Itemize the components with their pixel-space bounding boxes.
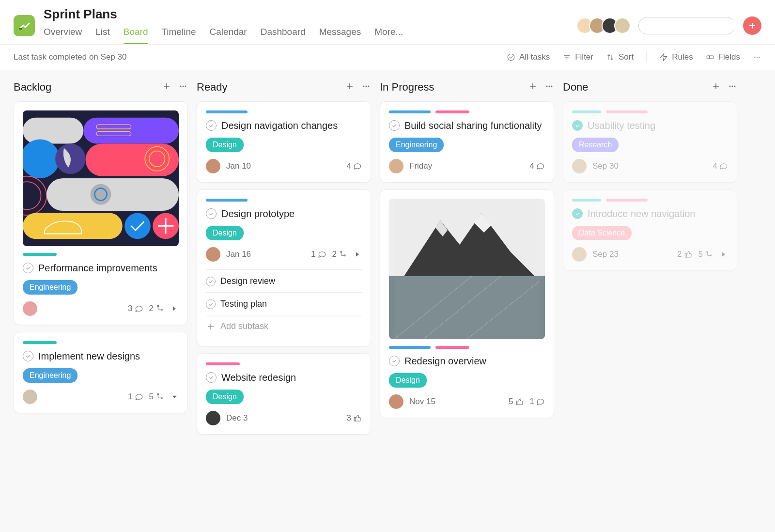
assignee-avatar[interactable]: [206, 159, 220, 173]
due-date: Friday: [409, 161, 432, 171]
column-more-button[interactable]: [178, 81, 188, 93]
tag-eng[interactable]: Engineering: [23, 280, 78, 295]
task-card[interactable]: Website redesignDesignDec 33: [197, 353, 371, 435]
tag-research[interactable]: Research: [572, 138, 619, 152]
expand-icon[interactable]: [170, 304, 179, 313]
task-card[interactable]: Performance improvementsEngineering3 2: [14, 101, 188, 325]
subtask-label: Testing plan: [220, 299, 267, 309]
tab-timeline[interactable]: Timeline: [161, 27, 196, 44]
filter-button[interactable]: Filter: [562, 52, 593, 62]
chevron-down-icon[interactable]: [170, 392, 179, 401]
comment-count[interactable]: 3: [128, 304, 143, 313]
member-avatar[interactable]: [614, 17, 631, 34]
task-card[interactable]: Usability testingResearchSep 304: [563, 101, 737, 183]
subtask-count[interactable]: 5: [698, 250, 713, 259]
assignee-avatar[interactable]: [389, 159, 403, 173]
search-input[interactable]: [638, 17, 735, 34]
comment-count[interactable]: 4: [530, 161, 545, 171]
tab-dashboard[interactable]: Dashboard: [261, 27, 306, 44]
task-card[interactable]: Implement new designsEngineering1 5: [14, 332, 188, 413]
assignee-avatar[interactable]: [572, 159, 587, 173]
task-card[interactable]: Design prototypeDesignJan 161 2 Design r…: [197, 189, 371, 346]
add-task-button[interactable]: [528, 81, 538, 93]
column-title[interactable]: Ready: [197, 81, 228, 94]
subtask-row[interactable]: Design review: [206, 270, 362, 293]
subtask-count[interactable]: 2: [332, 250, 347, 259]
rules-button[interactable]: Rules: [659, 52, 693, 62]
assignee-avatar[interactable]: [23, 390, 37, 404]
complete-checkbox[interactable]: [389, 356, 400, 366]
comment-count[interactable]: 4: [347, 161, 362, 171]
tag-design[interactable]: Design: [389, 373, 427, 388]
like-count[interactable]: 5: [509, 397, 524, 407]
expand-icon[interactable]: [719, 250, 728, 259]
project-logo[interactable]: [14, 15, 35, 36]
complete-checkbox[interactable]: [23, 351, 33, 361]
add-task-button[interactable]: [162, 81, 171, 93]
tab-overview[interactable]: Overview: [44, 27, 82, 44]
subtask-row[interactable]: Testing plan: [206, 293, 362, 315]
tag-ds[interactable]: Data Science: [572, 226, 632, 240]
task-card[interactable]: Build social sharing functionalityEngine…: [380, 101, 554, 183]
comment-count[interactable]: 1: [311, 250, 326, 259]
tab-calendar[interactable]: Calendar: [210, 27, 247, 44]
column-more-button[interactable]: [361, 81, 371, 93]
comment-count[interactable]: 1: [530, 397, 545, 407]
complete-checkbox[interactable]: [572, 120, 583, 131]
comment-count[interactable]: 1: [128, 392, 143, 402]
task-title: Introduce new navigation: [588, 207, 695, 220]
complete-checkbox[interactable]: [206, 372, 217, 383]
tab-list[interactable]: List: [95, 27, 110, 44]
like-count[interactable]: 3: [347, 413, 362, 423]
complete-checkbox[interactable]: [206, 120, 217, 131]
add-task-button[interactable]: [345, 81, 355, 93]
assignee-avatar[interactable]: [389, 394, 403, 409]
tab-more[interactable]: More...: [374, 27, 403, 44]
svg-point-13: [759, 57, 760, 58]
sort-button[interactable]: Sort: [606, 52, 634, 62]
tag-eng[interactable]: Engineering: [23, 368, 78, 383]
tab-board[interactable]: Board: [124, 27, 148, 44]
complete-checkbox[interactable]: [206, 208, 217, 219]
comment-count[interactable]: 4: [713, 161, 728, 171]
complete-checkbox[interactable]: [206, 277, 216, 286]
more-options[interactable]: [753, 53, 761, 62]
assignee-avatar[interactable]: [206, 411, 220, 425]
column-more-button[interactable]: [544, 81, 554, 93]
assignee-avatar[interactable]: [23, 301, 37, 316]
search-field[interactable]: [650, 21, 742, 30]
tab-messages[interactable]: Messages: [319, 27, 361, 44]
assignee-avatar[interactable]: [572, 247, 587, 262]
complete-checkbox[interactable]: [206, 299, 216, 309]
complete-checkbox[interactable]: [389, 120, 400, 131]
add-task-button[interactable]: [711, 81, 721, 93]
add-subtask-button[interactable]: Add subtask: [206, 315, 362, 337]
status-pills: [572, 199, 728, 202]
tag-design[interactable]: Design: [206, 390, 244, 404]
complete-checkbox[interactable]: [23, 263, 33, 273]
like-count[interactable]: 2: [677, 250, 692, 259]
project-title[interactable]: Sprint Plans: [44, 7, 568, 22]
expand-icon[interactable]: [353, 250, 362, 259]
all-tasks-filter[interactable]: All tasks: [507, 52, 550, 62]
complete-checkbox[interactable]: [572, 208, 583, 219]
tag-design[interactable]: Design: [206, 226, 244, 240]
fields-button[interactable]: Fields: [706, 52, 740, 62]
task-card[interactable]: Design navigation changesDesignJan 104: [197, 101, 371, 183]
tag-design[interactable]: Design: [206, 138, 244, 152]
task-title: Redesign overview: [404, 355, 486, 367]
column-more-button[interactable]: [728, 81, 737, 93]
assignee-avatar[interactable]: [206, 247, 220, 262]
subtask-count[interactable]: 2: [149, 304, 164, 313]
status-pills: [206, 110, 362, 113]
board-column: Backlog Performance improvementsEngineer…: [14, 81, 188, 420]
subtask-count[interactable]: 5: [149, 392, 164, 402]
global-add-button[interactable]: [743, 16, 761, 35]
task-card[interactable]: Redesign overviewDesignNov 155 1: [380, 189, 554, 418]
column-title[interactable]: Backlog: [14, 81, 51, 94]
column-title[interactable]: Done: [563, 81, 589, 94]
column-title[interactable]: In Progress: [380, 81, 434, 94]
task-card[interactable]: Introduce new navigationData ScienceSep …: [563, 189, 737, 271]
member-avatars[interactable]: [576, 17, 631, 34]
tag-eng[interactable]: Engineering: [389, 138, 444, 152]
